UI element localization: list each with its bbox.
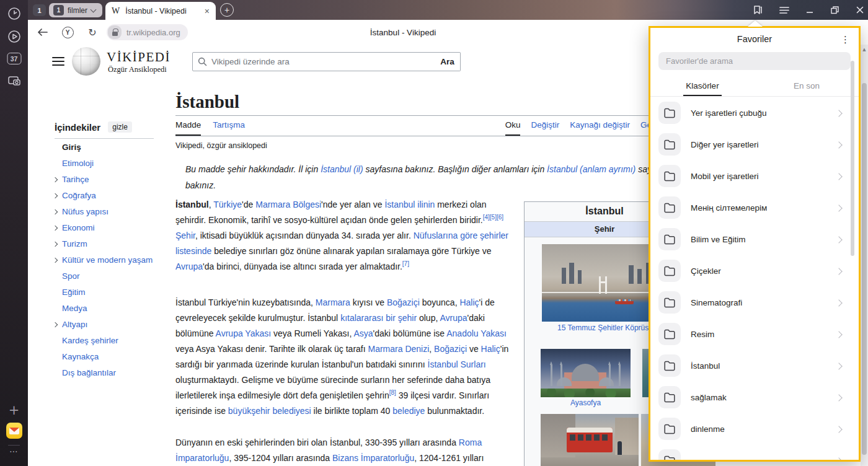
toc-item-label[interactable]: Medya — [62, 304, 87, 313]
chevron-right-icon[interactable] — [835, 204, 842, 211]
kebab-menu-icon[interactable]: ⋮ — [841, 34, 850, 45]
toc-item-label[interactable]: Eğitim — [62, 288, 86, 297]
toc-item[interactable]: Coğrafya — [55, 187, 165, 203]
toc-item-label[interactable]: Dış bağlantılar — [62, 368, 116, 377]
toc-item-label[interactable]: Tarihçe — [62, 175, 89, 184]
toc-item[interactable]: Tarihçe — [55, 171, 165, 187]
toc-expand-chevron-icon[interactable] — [53, 177, 58, 182]
sidebar-more-icon[interactable]: ⋯ — [9, 446, 19, 456]
toc-item[interactable]: Altyapı — [55, 316, 165, 332]
ssl-lock-icon[interactable] — [108, 25, 122, 39]
yandex-services-icon[interactable]: Y — [60, 20, 75, 45]
article-view-tab[interactable]: Değiştir — [531, 120, 559, 136]
page-scrollbar-thumb[interactable] — [862, 83, 867, 455]
article-view-tab[interactable]: Kaynağı değiştir — [570, 120, 630, 136]
toc-item-label[interactable]: Altyapı — [62, 320, 87, 329]
chevron-right-icon[interactable] — [835, 363, 842, 369]
toc-hide-button[interactable]: gizle — [108, 121, 132, 133]
chevron-right-icon[interactable] — [835, 268, 842, 275]
toc-item[interactable]: Turizm — [55, 235, 165, 252]
toc-item-label[interactable]: Nüfus yapısı — [62, 207, 108, 216]
favorites-folder-row[interactable]: Resim — [650, 319, 859, 350]
chevron-right-icon[interactable] — [835, 457, 842, 462]
scrollbar-up-arrow-icon[interactable]: ▲ — [861, 47, 868, 52]
wiki-search-input[interactable] — [211, 57, 430, 66]
chevron-right-icon[interactable] — [835, 141, 842, 148]
favorites-tab[interactable]: Klasörler — [650, 77, 755, 96]
toc-item-label[interactable]: Giriş — [62, 143, 81, 152]
toc-item-label[interactable]: Kardeş şehirler — [62, 336, 118, 345]
favorites-folder-row[interactable]: dinlenme — [650, 413, 859, 445]
chevron-right-icon[interactable] — [835, 331, 842, 338]
active-tab[interactable]: W İstanbul - Vikipedi × — [105, 2, 216, 20]
wikipedia-globe-logo[interactable] — [72, 47, 100, 76]
favorites-folder-row-partial[interactable] — [650, 445, 859, 462]
favorites-folder-row[interactable]: Çiçekler — [650, 255, 859, 287]
history-clock-icon[interactable] — [7, 7, 21, 20]
yandex-mail-icon[interactable] — [6, 423, 22, 439]
toc-item[interactable]: Ekonomi — [55, 219, 165, 235]
chevron-right-icon[interactable] — [835, 426, 842, 433]
favorites-folder-row[interactable]: Diğer yer işaretleri — [650, 129, 859, 160]
article-view-tab[interactable]: Oku — [505, 120, 521, 136]
wiki-menu-hamburger-icon[interactable] — [52, 57, 64, 66]
tab-close-icon[interactable]: × — [205, 7, 210, 15]
article-tab[interactable]: Madde — [175, 120, 201, 136]
toc-expand-chevron-icon[interactable] — [53, 242, 58, 247]
toc-item[interactable]: Kaynakça — [55, 348, 165, 364]
favorites-folder-row[interactable]: Менің сілтемелерім — [650, 192, 859, 224]
new-tab-button[interactable]: + — [220, 3, 234, 17]
hagia-sophia-photo[interactable] — [541, 349, 631, 397]
menu-hamburger-icon[interactable] — [779, 6, 789, 14]
toc-item-label[interactable]: Ekonomi — [62, 223, 95, 232]
window-minimize-icon[interactable] — [805, 6, 814, 14]
favorites-folder-row[interactable]: Mobil yer işaretleri — [650, 160, 859, 192]
tab-group-pill[interactable]: 1 filmler — [49, 3, 102, 17]
favorites-folder-row[interactable]: Yer işaretleri çubuğu — [650, 97, 859, 129]
screenshot-camera-icon[interactable] — [7, 74, 22, 88]
toc-expand-chevron-icon[interactable] — [53, 226, 58, 231]
hagia-sophia-caption[interactable]: Ayasofya — [541, 398, 631, 407]
chevron-right-icon[interactable] — [835, 236, 842, 243]
toc-item-label[interactable]: Turizm — [62, 239, 87, 248]
favorites-tab[interactable]: En son — [755, 77, 859, 96]
toc-item-label[interactable]: Etimoloji — [62, 159, 94, 168]
address-bar[interactable]: tr.wikipedia.org — [107, 24, 188, 40]
bookmarks-panel-icon[interactable] — [752, 4, 763, 15]
favorites-scrollbar-thumb[interactable] — [851, 61, 854, 256]
favorites-folder-row[interactable]: Sinematografi — [650, 287, 859, 319]
toc-expand-chevron-icon[interactable] — [53, 193, 58, 198]
window-close-icon[interactable] — [856, 6, 864, 14]
favorites-folder-row[interactable]: sağlamak — [650, 382, 859, 413]
favorites-folder-row[interactable]: İstanbul — [650, 350, 859, 382]
favorites-search-input[interactable] — [658, 52, 851, 70]
toc-item-label[interactable]: Coğrafya — [62, 191, 96, 200]
chevron-right-icon[interactable] — [835, 110, 842, 116]
article-tab[interactable]: Tartışma — [213, 120, 245, 136]
toc-expand-chevron-icon[interactable] — [53, 258, 58, 263]
chevron-right-icon[interactable] — [835, 299, 842, 306]
toc-item[interactable]: Eğitim — [55, 284, 165, 300]
toc-item[interactable]: Medya — [55, 300, 165, 316]
tram-street-photo[interactable] — [541, 414, 639, 466]
chevron-right-icon[interactable] — [835, 394, 842, 401]
toc-expand-chevron-icon[interactable] — [53, 209, 58, 214]
favorites-folder-row[interactable]: Bilim ve Eğitim — [650, 224, 859, 255]
toc-item-label[interactable]: Kaynakça — [62, 352, 99, 361]
toc-item[interactable]: Kardeş şehirler — [55, 332, 165, 348]
toc-item-label[interactable]: Spor — [62, 271, 80, 281]
pinned-tab-badge[interactable]: 1 — [33, 4, 46, 16]
toc-item[interactable]: Kültür ve modern yaşam — [55, 252, 165, 268]
refresh-icon[interactable]: ↻ — [85, 20, 100, 45]
toc-item[interactable]: Spor — [55, 268, 165, 284]
page-scrollbar[interactable]: ▲ — [861, 45, 868, 466]
toc-item[interactable]: Nüfus yapısı — [55, 203, 165, 219]
window-restore-icon[interactable] — [830, 6, 839, 15]
tab-counter-badge[interactable]: 37 — [7, 53, 21, 64]
toc-expand-chevron-icon[interactable] — [53, 322, 58, 327]
sidebar-add-icon[interactable]: + — [9, 403, 20, 418]
back-button[interactable] — [35, 20, 50, 45]
chevron-right-icon[interactable] — [835, 173, 842, 180]
wikipedia-wordmark[interactable]: VİKİPEDİ — [107, 50, 170, 65]
toc-item[interactable]: Giriş — [55, 139, 165, 155]
